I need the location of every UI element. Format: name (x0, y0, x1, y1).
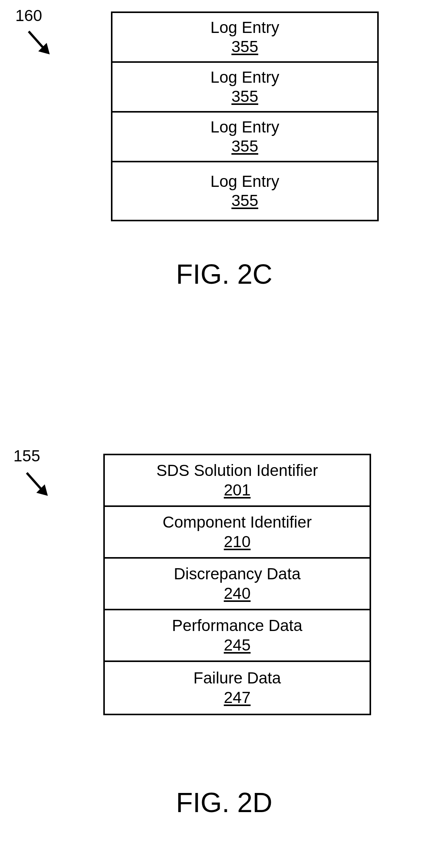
cell-number: 245 (224, 636, 251, 655)
fig2d-table: SDS Solution Identifier 201 Component Id… (103, 454, 371, 715)
log-entry-cell: Log Entry 355 (112, 63, 377, 113)
cell-number: 355 (231, 37, 258, 56)
cell-title: Log Entry (210, 172, 279, 191)
fig2d-caption: FIG. 2D (176, 789, 272, 816)
failure-data-cell: Failure Data 247 (105, 662, 370, 714)
sds-solution-identifier-cell: SDS Solution Identifier 201 (105, 455, 370, 507)
log-entry-cell: Log Entry 355 (112, 113, 377, 162)
performance-data-cell: Performance Data 245 (105, 610, 370, 662)
cell-title: Log Entry (210, 118, 279, 137)
cell-number: 355 (231, 87, 258, 106)
svg-line-0 (29, 31, 44, 49)
cell-title: Discrepancy Data (174, 564, 300, 584)
component-identifier-cell: Component Identifier 210 (105, 507, 370, 559)
cell-title: Log Entry (210, 68, 279, 87)
svg-line-3 (27, 473, 42, 490)
cell-number: 240 (224, 584, 251, 603)
discrepancy-data-cell: Discrepancy Data 240 (105, 559, 370, 610)
log-entry-cell: Log Entry 355 (112, 162, 377, 220)
cell-title: Performance Data (172, 616, 303, 635)
cell-number: 247 (224, 688, 251, 707)
page: 160 Log Entry 355 Log Entry 355 Log Entr… (0, 0, 443, 868)
fig2d-ref-number: 155 (13, 448, 40, 464)
cell-number: 355 (231, 191, 258, 210)
cell-number: 201 (224, 481, 251, 500)
cell-number: 210 (224, 532, 251, 551)
cell-title: Log Entry (210, 18, 279, 37)
fig2c-arrow-icon (23, 28, 57, 62)
fig2c-ref-number: 160 (15, 8, 42, 24)
cell-title: Component Identifier (163, 513, 312, 532)
log-entry-cell: Log Entry 355 (112, 13, 377, 63)
cell-title: SDS Solution Identifier (156, 461, 318, 480)
cell-number: 355 (231, 137, 258, 156)
fig2c-table: Log Entry 355 Log Entry 355 Log Entry 35… (111, 11, 379, 221)
fig2c-caption: FIG. 2C (176, 260, 272, 288)
cell-title: Failure Data (194, 669, 281, 688)
fig2d-arrow-icon (21, 469, 55, 503)
